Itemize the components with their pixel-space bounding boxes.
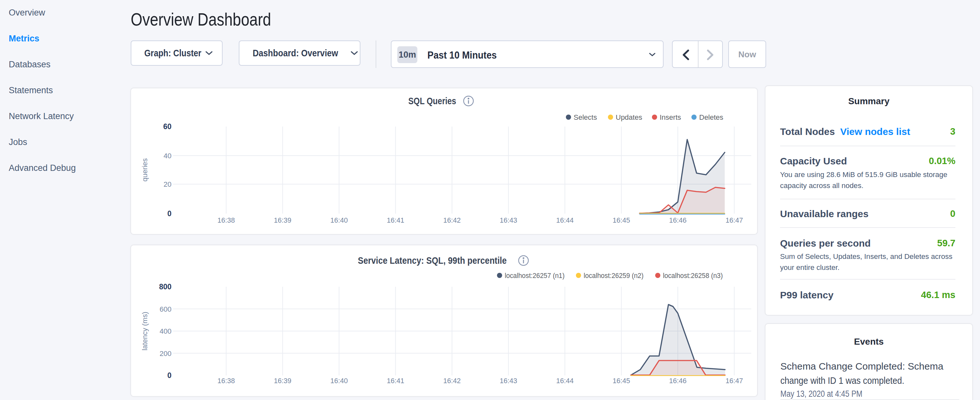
svg-text:16:42: 16:42 <box>443 377 461 385</box>
svg-text:200: 200 <box>159 349 172 358</box>
svg-text:localhost:26258 (n3): localhost:26258 (n3) <box>663 271 723 280</box>
svg-text:16:44: 16:44 <box>556 216 574 224</box>
svg-text:16:47: 16:47 <box>726 377 743 385</box>
svg-text:400: 400 <box>159 327 172 335</box>
svg-text:Selects: Selects <box>574 113 597 121</box>
svg-text:localhost:26257 (n1): localhost:26257 (n1) <box>505 271 565 280</box>
svg-text:600: 600 <box>159 305 172 313</box>
svg-text:queries: queries <box>141 158 149 182</box>
svg-text:Deletes: Deletes <box>699 113 724 121</box>
svg-text:800: 800 <box>159 282 172 291</box>
svg-text:0: 0 <box>167 209 172 218</box>
svg-text:16:41: 16:41 <box>387 377 404 385</box>
svg-text:16:43: 16:43 <box>500 216 517 224</box>
svg-text:Updates: Updates <box>616 113 642 121</box>
svg-text:16:38: 16:38 <box>217 216 235 224</box>
svg-text:16:39: 16:39 <box>274 377 291 385</box>
svg-text:16:45: 16:45 <box>613 216 630 224</box>
svg-text:16:42: 16:42 <box>443 216 461 224</box>
svg-text:16:46: 16:46 <box>669 216 687 224</box>
svg-text:localhost:26259 (n2): localhost:26259 (n2) <box>584 271 644 280</box>
svg-text:60: 60 <box>163 122 172 131</box>
svg-text:40: 40 <box>164 152 172 160</box>
svg-text:16:43: 16:43 <box>500 377 517 385</box>
svg-text:16:44: 16:44 <box>556 377 574 385</box>
svg-text:16:40: 16:40 <box>330 377 348 385</box>
svg-text:16:41: 16:41 <box>387 216 404 224</box>
svg-text:16:45: 16:45 <box>613 377 630 385</box>
svg-text:latency (ms): latency (ms) <box>141 312 149 351</box>
svg-text:Service Latency: SQL, 99th per: Service Latency: SQL, 99th percentile <box>358 255 507 266</box>
svg-text:Inserts: Inserts <box>660 113 681 121</box>
svg-text:16:46: 16:46 <box>669 377 687 385</box>
svg-text:16:47: 16:47 <box>726 216 743 224</box>
svg-text:SQL Queries: SQL Queries <box>408 96 456 106</box>
svg-text:0: 0 <box>167 371 172 379</box>
svg-text:16:38: 16:38 <box>217 377 235 385</box>
svg-text:20: 20 <box>164 180 172 188</box>
svg-text:16:39: 16:39 <box>274 216 291 224</box>
svg-text:16:40: 16:40 <box>330 216 348 224</box>
